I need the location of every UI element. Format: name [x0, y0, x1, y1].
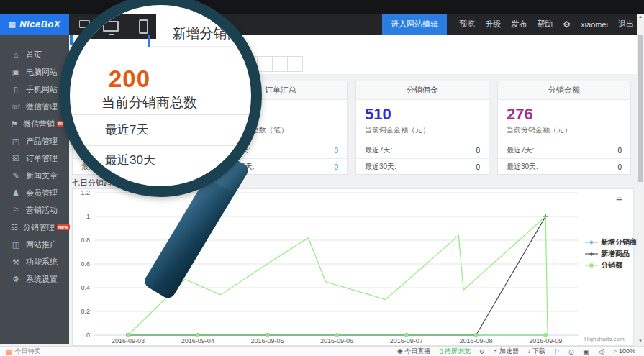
stat-card-value: 276	[507, 106, 622, 123]
scrollbar-up-icon[interactable]: ▲	[637, 14, 644, 19]
divider	[70, 114, 262, 115]
sidebar-item-label: 手机网站	[26, 84, 58, 95]
status-bar-item[interactable]: ↻	[479, 348, 485, 355]
svg-text:0.6: 0.6	[81, 260, 90, 268]
upgrade-link[interactable]: 升级	[485, 19, 501, 29]
publish-link[interactable]: 发布	[511, 19, 527, 29]
magnified-card-subtitle: 当前分销商总数	[101, 93, 197, 112]
sidebar-item-icon: ⌂	[11, 50, 21, 59]
status-bar-item[interactable]: ↓ 下载	[527, 347, 545, 356]
enter-site-edit-button[interactable]: 进入网站编辑	[382, 14, 447, 35]
stat-row-label: 最近7天:	[507, 145, 534, 155]
legend-label: 新增分销商	[601, 237, 637, 247]
status-bar-item[interactable]: ▯ 跨屏浏览	[439, 347, 470, 356]
sidebar-item[interactable]: ▣ 电脑网站	[0, 63, 69, 81]
logout-link[interactable]: 退出	[618, 19, 634, 29]
username-link[interactable]: xiaomei	[581, 20, 608, 29]
sidebar-item-icon: ◫	[11, 240, 21, 250]
sidebar-item-icon: ☏	[11, 102, 21, 111]
highcharts-credits[interactable]: Highcharts.com	[584, 336, 625, 342]
svg-text:2016-09-05: 2016-09-05	[250, 337, 284, 344]
legend-label: 新增商品	[601, 249, 630, 259]
magnifier-lens: 新增分销商 200 当前分销商总数 最近7天 最近30天	[59, 0, 262, 197]
stat-card-title: 分销金额	[498, 81, 630, 100]
stat-row-value[interactable]: 0	[334, 163, 338, 171]
sidebar-item[interactable]: ◳ 产品管理	[0, 132, 69, 150]
sidebar-item[interactable]: ⌂ 首页	[0, 46, 69, 63]
legend-item[interactable]: 分销额	[585, 260, 637, 270]
today-sale-item[interactable]: ▦ 今日特卖	[6, 347, 41, 356]
sidebar-item-label: 系统设置	[26, 274, 58, 285]
sidebar-item-label: 会员管理	[26, 188, 58, 198]
sidebar-item[interactable]: ⚐ 营销活动	[0, 201, 69, 219]
svg-text:2016-09-06: 2016-09-06	[320, 337, 353, 344]
stat-row-7days: 最近7天: 0	[356, 142, 489, 158]
svg-text:0: 0	[86, 332, 90, 339]
magnified-row-30days: 最近30天	[105, 152, 155, 168]
sidebar-item[interactable]: ☒ 订单管理	[0, 150, 69, 167]
divider	[70, 145, 262, 146]
legend-label: 分销额	[601, 260, 622, 270]
stat-row-value: 0	[617, 163, 622, 171]
chart-context-menu-icon[interactable]: ≡	[616, 191, 622, 204]
sidebar-item-icon: ⚐	[11, 206, 21, 215]
sidebar-item[interactable]: ☷ 分销管理 NEW	[0, 219, 69, 236]
preview-link[interactable]: 预览	[459, 19, 475, 29]
sidebar-item-label: 微信营销	[23, 119, 55, 129]
sidebar-item-icon: ⚒	[11, 257, 21, 267]
tab[interactable]	[258, 56, 273, 72]
sidebar-item[interactable]: ✎ 新闻文章	[0, 167, 69, 184]
status-bar-item[interactable]: ⚡ 加速器	[493, 347, 519, 356]
stat-row-value: 0	[476, 163, 480, 171]
sidebar-item-icon: ▯	[11, 85, 21, 94]
sidebar-item-label: 网站推广	[26, 239, 58, 250]
legend-item[interactable]: 新增分销商	[585, 237, 637, 247]
scrollbar-thumb[interactable]	[638, 35, 643, 182]
app-logo[interactable]: ▦ NiceBoX	[0, 14, 69, 35]
stat-row-value: 0	[617, 147, 622, 155]
stat-row-30days: 最近30天: 0	[356, 158, 489, 175]
sidebar-item-label: 电脑网站	[26, 67, 58, 78]
sale-icon: ▦	[6, 348, 12, 355]
stat-card-subtitle: 当前佣金金额（元）	[365, 125, 480, 135]
help-link[interactable]: 帮助	[537, 19, 553, 29]
status-bar-item[interactable]: ⌕ 100%	[613, 347, 635, 355]
tab[interactable]	[288, 56, 303, 72]
stat-card-subtitle: 当前分销金额（元）	[507, 125, 622, 135]
sidebar-item[interactable]: ⚙ 系统设置	[0, 270, 69, 288]
chart-legend: 新增分销商新增商品分销额	[585, 237, 637, 272]
status-bar: ▦ 今日特卖 ◉ 今日直播▯ 跨屏浏览↻⚡ 加速器↓ 下载⚐◶▣◁)⌕ 100%	[0, 346, 644, 356]
divider	[153, 46, 262, 47]
legend-item[interactable]: 新增商品	[585, 249, 637, 259]
diamond-marker-icon	[585, 239, 598, 246]
sidebar-item[interactable]: ⚒ 功能系统	[0, 253, 69, 270]
magnified-row-7days: 最近7天	[105, 122, 148, 138]
sidebar-item[interactable]: ♟ 会员管理	[0, 184, 69, 201]
stat-row-value[interactable]: 0	[334, 147, 338, 155]
stat-row-label: 最近30天:	[365, 162, 396, 172]
stat-row-7days: 最近7天: 0	[498, 142, 630, 158]
square-marker-icon	[585, 262, 598, 269]
sidebar-item[interactable]: ◫ 网站推广	[0, 236, 69, 253]
sidebar-nav: ⌂ 首页 ▣ 电脑网站 ▯ 手机网站 ☏ 微信管理 ⚑ 微信营销 NEW ◳ 产…	[0, 35, 69, 344]
stat-card: 分销佣金 510 当前佣金金额（元） 最近7天: 0 最近30天: 0	[355, 81, 489, 175]
scrollbar-down-icon[interactable]: ▼	[637, 339, 644, 343]
sidebar-item[interactable]: ⚑ 微信营销 NEW	[0, 115, 69, 132]
svg-text:0.2: 0.2	[81, 308, 90, 315]
svg-text:0.4: 0.4	[81, 284, 90, 291]
tab[interactable]	[273, 56, 288, 72]
status-bar-item[interactable]: ◶	[568, 348, 574, 355]
settings-gear-icon[interactable]: ⚙	[563, 19, 571, 29]
status-bar-item[interactable]: ⚐	[554, 348, 560, 355]
sidebar-item-icon: ⚙	[11, 275, 21, 284]
status-bar-item[interactable]: ◁)	[598, 348, 605, 355]
today-sale-label: 今日特卖	[15, 347, 41, 356]
svg-text:1.2: 1.2	[81, 189, 90, 196]
sidebar-item-label: 微信管理	[26, 101, 58, 112]
svg-text:1: 1	[86, 213, 90, 220]
status-bar-item[interactable]: ▣	[583, 348, 589, 355]
status-bar-item[interactable]: ◉ 今日直播	[397, 347, 430, 356]
svg-text:2016-09-03: 2016-09-03	[112, 337, 145, 344]
sidebar-item-label: 功能系统	[26, 257, 58, 268]
vertical-scrollbar[interactable]: ▲ ▼	[637, 14, 644, 346]
